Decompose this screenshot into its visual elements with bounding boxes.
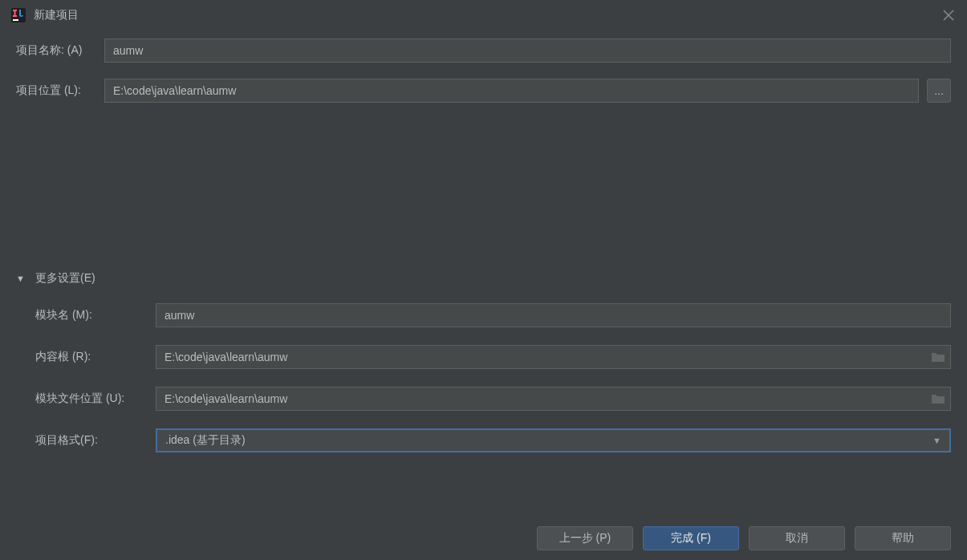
content-root-row: 内容根 (R):: [35, 345, 951, 369]
project-location-label: 项目位置 (L):: [16, 83, 104, 98]
cancel-button[interactable]: 取消: [749, 526, 845, 550]
content-root-field: [156, 345, 951, 369]
folder-icon[interactable]: [931, 393, 945, 404]
more-settings-toggle[interactable]: ▼ 更多设置(E): [0, 271, 967, 286]
project-location-row: 项目位置 (L): ...: [16, 79, 951, 103]
close-icon[interactable]: [941, 8, 956, 22]
main-form: 项目名称: (A) 项目位置 (L): ...: [0, 30, 967, 103]
content-root-input[interactable]: [156, 346, 931, 368]
svg-rect-3: [13, 15, 17, 17]
chevron-down-icon: ▼: [932, 436, 941, 445]
project-format-value: .idea (基于目录): [165, 433, 246, 448]
content-root-label: 内容根 (R):: [35, 350, 156, 364]
module-name-label: 模块名 (M):: [35, 308, 156, 323]
more-settings-label: 更多设置(E): [35, 271, 95, 286]
module-file-location-label: 模块文件位置 (U):: [35, 392, 156, 406]
svg-rect-4: [13, 19, 18, 21]
project-name-row: 项目名称: (A): [16, 39, 951, 63]
more-settings-form: 模块名 (M): 内容根 (R): 模块文件位置 (U): 项目格式(F):: [0, 303, 967, 452]
project-format-row: 项目格式(F): .idea (基于目录) ▼: [35, 428, 951, 452]
project-name-label: 项目名称: (A): [16, 43, 104, 58]
folder-icon[interactable]: [931, 351, 945, 363]
chevron-down-icon: ▼: [16, 274, 27, 283]
help-button[interactable]: 帮助: [855, 526, 951, 550]
button-bar: 上一步 (P) 完成 (F) 取消 帮助: [537, 526, 951, 550]
module-file-location-row: 模块文件位置 (U):: [35, 387, 951, 411]
previous-button[interactable]: 上一步 (P): [537, 526, 633, 550]
module-file-location-input[interactable]: [156, 388, 931, 410]
window-title: 新建项目: [34, 8, 941, 22]
browse-button[interactable]: ...: [927, 79, 951, 103]
finish-button[interactable]: 完成 (F): [643, 526, 739, 550]
module-file-location-field: [156, 387, 951, 411]
titlebar: 新建项目: [0, 0, 967, 30]
project-name-input[interactable]: [104, 39, 951, 63]
module-name-input[interactable]: [156, 303, 951, 327]
project-format-select[interactable]: .idea (基于目录) ▼: [156, 428, 951, 452]
project-format-label: 项目格式(F):: [35, 433, 156, 448]
project-location-input[interactable]: [104, 79, 919, 103]
module-name-row: 模块名 (M):: [35, 303, 951, 327]
intellij-icon: [11, 8, 26, 22]
